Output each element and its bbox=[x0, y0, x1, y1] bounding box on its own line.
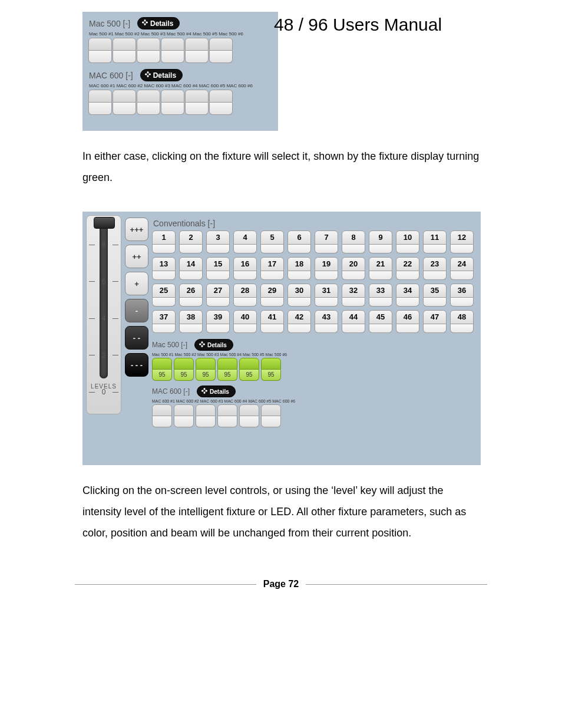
conventional-cell[interactable]: 43 bbox=[315, 310, 338, 333]
conventional-cell[interactable]: 28 bbox=[233, 284, 257, 307]
mac600-main-labels: MAC 600 #1 MAC 600 #2 MAC 600 #3 MAC 600… bbox=[152, 399, 477, 403]
conventional-cell[interactable]: 15 bbox=[206, 257, 230, 280]
paragraph-2: Clicking on the on-screen level controls… bbox=[82, 480, 483, 543]
level-step-button[interactable]: - - bbox=[125, 326, 148, 350]
conventional-cell[interactable]: 5 bbox=[260, 230, 284, 253]
conventional-cell[interactable]: 23 bbox=[423, 257, 447, 280]
page-footer: Page 72 bbox=[75, 579, 487, 589]
conventional-cell[interactable]: 32 bbox=[342, 284, 365, 307]
fixture-panel-top: Mac 500 [-] Details Mac 500 #1 Mac 500 #… bbox=[82, 12, 278, 131]
conventional-cell[interactable]: 46 bbox=[396, 310, 419, 333]
fixture-cell[interactable]: 95 bbox=[239, 358, 259, 381]
conventional-cell[interactable]: 12 bbox=[450, 230, 474, 253]
conventional-cell[interactable]: 1 bbox=[152, 230, 176, 253]
conventional-cell[interactable]: 34 bbox=[396, 284, 419, 307]
details-button-mac600-main[interactable]: Details bbox=[197, 386, 236, 397]
fixture-cell[interactable] bbox=[89, 90, 111, 115]
fixture-cell[interactable] bbox=[261, 404, 281, 427]
page-number: Page 72 bbox=[261, 579, 301, 589]
details-button-mac500-main[interactable]: Details bbox=[194, 339, 233, 351]
fixture-cell[interactable]: 95 bbox=[217, 358, 237, 381]
conventional-cell[interactable]: 26 bbox=[179, 284, 203, 307]
conventional-cell[interactable]: 25 bbox=[152, 284, 176, 307]
conventional-cell[interactable]: 10 bbox=[396, 230, 419, 253]
mac500-labels: Mac 500 #1 Mac 500 #2 Mac 500 #3 Mac 500… bbox=[89, 31, 272, 37]
conventional-cell[interactable]: 41 bbox=[260, 310, 284, 333]
fixture-cell[interactable] bbox=[186, 38, 208, 63]
conventional-cell[interactable]: 17 bbox=[260, 257, 284, 280]
gauge-tick: 0 bbox=[89, 388, 118, 396]
gauge-tick: 4 bbox=[89, 314, 118, 322]
conventional-cell[interactable]: 38 bbox=[179, 310, 203, 333]
conventional-cell[interactable]: 19 bbox=[315, 257, 338, 280]
fixture-cell[interactable]: 95 bbox=[196, 358, 216, 381]
fixture-cell[interactable] bbox=[174, 404, 194, 427]
conventional-cell[interactable]: 40 bbox=[233, 310, 257, 333]
conventional-cell[interactable]: 2 bbox=[179, 230, 203, 253]
fixture-cell[interactable] bbox=[161, 38, 184, 63]
details-button-mac600[interactable]: Details bbox=[140, 69, 183, 81]
conventional-cell[interactable]: 31 bbox=[315, 284, 338, 307]
fixture-cell[interactable] bbox=[196, 404, 216, 427]
fixture-cell[interactable] bbox=[137, 38, 160, 63]
fixture-cell[interactable] bbox=[239, 404, 259, 427]
mac600-labels: MAC 600 #1 MAC 600 #2 MAC 600 #3 MAC 600… bbox=[89, 83, 272, 88]
mac500-group-title: Mac 500 [-] bbox=[152, 341, 187, 349]
conventional-cell[interactable]: 45 bbox=[369, 310, 392, 333]
conventional-cell[interactable]: 18 bbox=[287, 257, 311, 280]
paragraph-1: In either case, clicking on the fixture … bbox=[82, 146, 483, 188]
level-step-button[interactable]: ++ bbox=[125, 245, 148, 268]
fan-icon bbox=[144, 71, 151, 80]
fixture-cell[interactable] bbox=[210, 90, 232, 115]
conventionals-title: Conventionals [-] bbox=[153, 219, 477, 228]
fixture-cell[interactable] bbox=[152, 404, 172, 427]
conventional-cell[interactable]: 42 bbox=[287, 310, 311, 333]
conventional-cell[interactable]: 24 bbox=[450, 257, 474, 280]
gauge-tick: 8 bbox=[89, 241, 118, 249]
conventional-cell[interactable]: 20 bbox=[342, 257, 365, 280]
details-label: Details bbox=[153, 71, 176, 80]
fixture-panel-main: 86420 LEVELS ++++++-- -- - - Conventiona… bbox=[82, 212, 481, 465]
fixture-cell[interactable] bbox=[113, 38, 135, 63]
conventional-cell[interactable]: 14 bbox=[179, 257, 203, 280]
conventional-cell[interactable]: 27 bbox=[206, 284, 230, 307]
details-button-mac500[interactable]: Details bbox=[137, 17, 180, 29]
conventional-cell[interactable]: 48 bbox=[450, 310, 474, 333]
conventional-cell[interactable]: 35 bbox=[423, 284, 447, 307]
conventional-cell[interactable]: 13 bbox=[152, 257, 176, 280]
level-step-button[interactable]: +++ bbox=[125, 218, 148, 241]
fixture-cell[interactable]: 95 bbox=[174, 358, 194, 381]
level-gauge[interactable]: 86420 LEVELS bbox=[86, 215, 121, 414]
fixture-cell[interactable] bbox=[217, 404, 237, 427]
fixture-cell[interactable] bbox=[210, 38, 232, 63]
conventional-cell[interactable]: 21 bbox=[369, 257, 392, 280]
level-step-button[interactable]: - bbox=[125, 299, 148, 322]
conventional-cell[interactable]: 47 bbox=[423, 310, 447, 333]
conventional-cell[interactable]: 36 bbox=[450, 284, 474, 307]
conventional-cell[interactable]: 37 bbox=[152, 310, 176, 333]
conventional-cell[interactable]: 4 bbox=[233, 230, 257, 253]
fixture-cell[interactable] bbox=[137, 90, 160, 115]
conventional-cell[interactable]: 29 bbox=[260, 284, 284, 307]
fixture-cell[interactable] bbox=[113, 90, 135, 115]
fixture-cell[interactable]: 95 bbox=[261, 358, 281, 381]
fixture-cell[interactable] bbox=[186, 90, 208, 115]
page-title: 48 / 96 Users Manual bbox=[274, 15, 442, 35]
fixture-cell[interactable] bbox=[161, 90, 184, 115]
conventional-cell[interactable]: 8 bbox=[342, 230, 365, 253]
level-step-button[interactable]: + bbox=[125, 272, 148, 295]
conventional-cell[interactable]: 11 bbox=[423, 230, 447, 253]
level-step-button[interactable]: - - - bbox=[125, 353, 148, 377]
conventional-cell[interactable]: 22 bbox=[396, 257, 419, 280]
conventional-cell[interactable]: 30 bbox=[287, 284, 311, 307]
conventional-cell[interactable]: 6 bbox=[287, 230, 311, 253]
conventional-cell[interactable]: 7 bbox=[315, 230, 338, 253]
conventional-cell[interactable]: 16 bbox=[233, 257, 257, 280]
conventional-cell[interactable]: 44 bbox=[342, 310, 365, 333]
conventional-cell[interactable]: 3 bbox=[206, 230, 230, 253]
conventional-cell[interactable]: 39 bbox=[206, 310, 230, 333]
fixture-cell[interactable]: 95 bbox=[152, 358, 172, 381]
conventional-cell[interactable]: 33 bbox=[369, 284, 392, 307]
fixture-cell[interactable] bbox=[89, 38, 111, 63]
conventional-cell[interactable]: 9 bbox=[369, 230, 392, 253]
